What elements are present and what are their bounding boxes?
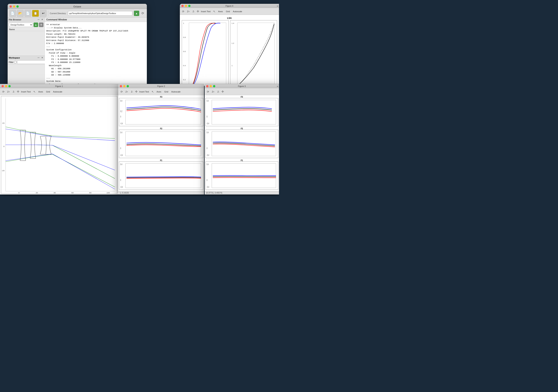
svg-line-43 [21, 156, 36, 159]
fig2-zplus-button[interactable]: Z+ [124, 90, 129, 93]
fig1-zminus-button[interactable]: Z- [12, 90, 16, 93]
figure4-window: Figure 4 » ⟳ Z+ Z- ✛ Insert Text ↖ Axes … [180, 4, 279, 86]
copy-button[interactable]: 📄 [24, 10, 31, 17]
current-directory-input[interactable] [68, 11, 132, 16]
svg-text:60: 60 [71, 192, 74, 193]
workspace-controls: — ✕ [37, 56, 44, 59]
file-browser-dropdown-row: DesignToolbox ▲ ⚙ [9, 23, 44, 27]
fig2-grid-button[interactable]: Grid [163, 90, 170, 93]
filter-checkbox[interactable] [14, 61, 16, 63]
settings-button[interactable]: ⚙ [39, 23, 44, 27]
fig1-grid-button[interactable]: Grid [45, 90, 51, 93]
fig1-cursor-icon[interactable]: ↖ [33, 90, 36, 93]
file-browser-header: File Browser — ✕ [8, 17, 45, 22]
fig2-maximize[interactable] [127, 85, 129, 87]
fig1-minimize[interactable] [5, 85, 7, 87]
minimize-workspace[interactable]: — [37, 56, 40, 59]
fig4-autoscale-button[interactable]: Autoscale [232, 10, 243, 13]
fig4-insert-text-button[interactable]: Insert Text [200, 10, 212, 13]
close-workspace[interactable]: ✕ [41, 56, 44, 59]
fig1-close[interactable] [1, 85, 4, 87]
fig4-rotate-icon[interactable]: ⟳ [181, 10, 185, 13]
f1-label: F1 [119, 159, 203, 161]
navigate-up-button[interactable]: ▲ [34, 23, 38, 27]
figure2-status-text: 1, 0.14225 [120, 192, 129, 194]
fig1-maximize[interactable] [9, 85, 11, 87]
figure4-titlebar: Figure 4 » [180, 4, 279, 8]
svg-text:20: 20 [36, 192, 38, 193]
fig4-zminus-button[interactable]: Z- [192, 10, 196, 13]
fig2-minimize[interactable] [123, 85, 125, 87]
svg-text:0.4: 0.4 [120, 99, 122, 102]
svg-line-53 [52, 145, 115, 170]
fig2-autoscale-button[interactable]: Autoscale [170, 90, 182, 93]
svg-line-52 [36, 145, 52, 145]
paste-button[interactable]: 📋 [32, 10, 39, 17]
figure2-f3-subplot: F3 0.4 0.2 0 -0.4 [119, 96, 203, 127]
maximize-button[interactable] [16, 5, 19, 8]
figure2-titlebar: Figure 2 [118, 84, 204, 88]
fig1-rotate-icon[interactable]: ⟳ [1, 90, 5, 93]
figure4-traffic-lights [181, 5, 191, 7]
fig2-rotate-icon[interactable]: ⟳ [120, 90, 123, 93]
fig1-insert-text-button[interactable]: Insert Text [20, 90, 32, 93]
fig2-axes-button[interactable]: Axes [156, 90, 162, 93]
figure4-expand-icon[interactable]: » [277, 4, 278, 8]
fig4-close[interactable] [181, 5, 184, 7]
refresh-button[interactable]: ⟳ [140, 11, 145, 16]
command-output[interactable]: >> ernostar ----> Display System Data...… [45, 22, 147, 86]
fig4-minimize[interactable] [185, 5, 187, 7]
back-button[interactable]: ↩ [40, 10, 46, 17]
open-file-button[interactable]: 📂 [17, 10, 24, 17]
fig4-axes-button[interactable]: Axes [217, 10, 224, 13]
svg-line-57 [52, 154, 115, 189]
close-section[interactable]: ✕ [41, 18, 44, 21]
fig1-move-icon[interactable]: ✛ [17, 90, 19, 93]
figure3-title: Figure 3 [238, 85, 246, 87]
workspace-header: Workspace — ✕ [8, 56, 45, 60]
fig4-zplus-button[interactable]: Z+ [186, 10, 191, 13]
svg-text:1: 1 [232, 64, 233, 67]
fig2-insert-text-button[interactable]: Insert Text [138, 90, 150, 93]
fig2-zminus-button[interactable]: Z- [130, 90, 134, 93]
svg-text:0: 0 [120, 147, 121, 150]
filter-input[interactable] [17, 61, 45, 64]
close-button[interactable] [9, 5, 12, 8]
fig4-cursor-icon[interactable]: ↖ [212, 10, 216, 13]
fig3-zplus-button[interactable]: Z+ [211, 90, 216, 93]
figure3-expand-icon[interactable]: » [277, 85, 278, 88]
fig1-zplus-button[interactable]: Z+ [6, 90, 11, 93]
svg-text:40: 40 [53, 192, 56, 193]
fig1-axes-button[interactable]: Axes [37, 90, 44, 93]
fig3-minimize[interactable] [209, 85, 212, 87]
figure3-traffic-lights [206, 85, 215, 87]
new-file-button[interactable]: 📄 [9, 10, 16, 17]
fig4-move-icon[interactable]: ✛ [197, 9, 199, 13]
svg-text:0.2: 0.2 [120, 110, 122, 113]
fig3-maximize[interactable] [213, 85, 215, 87]
svg-text:0: 0 [207, 115, 207, 118]
fig3-zminus-button[interactable]: Z- [216, 90, 220, 93]
filter-label: Filter [9, 61, 13, 63]
fig1-autoscale-button[interactable]: Autoscale [52, 90, 63, 93]
fig2-move-icon[interactable]: ✛ [135, 90, 138, 93]
navigate-button[interactable]: ▲ [134, 11, 139, 16]
fig2-cursor-icon[interactable]: ↖ [151, 90, 155, 93]
fig3-close[interactable] [206, 85, 209, 87]
figure4-plot: LSA 1 0.8 0.6 0.4 0.2 [180, 15, 279, 86]
fig3-move-icon[interactable]: ✛ [221, 90, 224, 93]
figure3-window: Figure 3 » ⟳ Z+ Z- ✛ F3 0.4 0 -0.4 [205, 84, 279, 194]
figure2-f2-subplot: F2 0.4 0 -0.4 [119, 128, 203, 158]
fig3-rotate-icon[interactable]: ⟳ [206, 90, 210, 93]
fig2-close[interactable] [120, 85, 122, 87]
figure4-title: Figure 4 [226, 5, 233, 7]
svg-text:-0.4: -0.4 [120, 122, 123, 125]
fig4-grid-button[interactable]: Grid [225, 10, 231, 13]
minimize-section[interactable]: — [37, 18, 40, 21]
svg-text:0.8: 0.8 [183, 36, 186, 38]
svg-text:-20: -20 [1, 169, 5, 172]
fig4-maximize[interactable] [188, 5, 191, 7]
directory-dropdown[interactable]: DesignToolbox [9, 23, 33, 27]
figure3-status-text: (0.37731, 0.45574) [206, 192, 222, 194]
minimize-button[interactable] [13, 5, 15, 8]
